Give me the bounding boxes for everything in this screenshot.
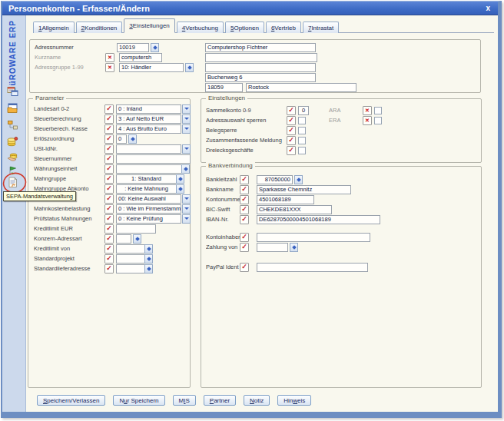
spinner-icon[interactable]: [128, 134, 137, 144]
check-icon[interactable]: [104, 154, 114, 164]
iban-nr-field[interactable]: DE62870500004501068189: [257, 215, 380, 224]
mahnkriterium-field[interactable]: 00: Keine Auswahl: [116, 194, 181, 204]
check-icon[interactable]: [104, 144, 114, 154]
check-icon[interactable]: [287, 106, 296, 115]
check-icon[interactable]: [104, 204, 114, 214]
standardlieferadresse-field[interactable]: [116, 264, 145, 273]
tab-2-konditionen[interactable]: 2 Konditionen: [76, 22, 123, 33]
steuerberech-kasse-field[interactable]: 4 : Aus Brutto Euro: [116, 124, 181, 134]
check-icon[interactable]: [287, 116, 296, 125]
bankname-field[interactable]: Sparkasse Chemnitz: [257, 185, 351, 194]
address-cards-icon[interactable]: [7, 86, 19, 98]
hand-coins-icon[interactable]: [7, 151, 19, 163]
kreditlimit-von-field[interactable]: [116, 244, 145, 254]
check-icon[interactable]: [104, 124, 114, 134]
dropdown-arrow-icon[interactable]: [182, 114, 191, 124]
close-icon[interactable]: x: [484, 5, 492, 12]
notiz-button[interactable]: Notiz: [244, 395, 270, 406]
tab-7-intrastat[interactable]: 7 Intrastat: [303, 22, 339, 33]
mahngruppe-field[interactable]: 1: Standard: [116, 174, 177, 184]
tab-4-verbuchung[interactable]: 4 Verbuchung: [177, 22, 224, 33]
spinner-icon[interactable]: [290, 243, 298, 252]
check-icon[interactable]: [287, 136, 296, 145]
sepa-mandate-icon[interactable]: [7, 177, 19, 188]
check-icon[interactable]: [104, 114, 114, 124]
kontoinhaber-field[interactable]: [257, 233, 370, 242]
belegsperre-checkbox[interactable]: [298, 127, 306, 134]
adressgruppe-1-99-field[interactable]: 10: Händler: [119, 63, 184, 72]
spinner-icon[interactable]: [181, 164, 190, 174]
prüfstatus-mahnungen-field[interactable]: 0 : Keine Prüfung: [116, 214, 181, 224]
name-line-2-field[interactable]: [205, 53, 317, 62]
bic-swift-field[interactable]: CHEKDE81XXX: [257, 205, 332, 214]
paypal-ident-field[interactable]: [257, 263, 368, 272]
company-name-field[interactable]: Computershop Fichtner: [205, 43, 316, 52]
spinner-icon[interactable]: [151, 43, 159, 52]
check-icon[interactable]: [240, 195, 249, 204]
era-checkbox[interactable]: [374, 117, 382, 124]
spinner-icon[interactable]: [176, 174, 184, 184]
dropdown-arrow-icon[interactable]: [182, 194, 191, 204]
spinner-icon[interactable]: [185, 63, 194, 72]
zahlung-von-field[interactable]: [257, 243, 288, 252]
check-icon[interactable]: [104, 104, 114, 114]
street-field[interactable]: Buchenweg 6: [205, 73, 316, 82]
check-icon[interactable]: [240, 215, 249, 224]
landesart-0-2-field[interactable]: 0 : Inland: [116, 104, 181, 114]
dropdown-arrow-icon[interactable]: [182, 204, 191, 214]
spinner-icon[interactable]: [144, 254, 153, 264]
check-icon[interactable]: [240, 185, 249, 194]
dreiecksgeschäfte-checkbox[interactable]: [298, 147, 306, 154]
check-icon[interactable]: [104, 234, 114, 244]
flag-icon[interactable]: [7, 165, 19, 177]
coins-icon[interactable]: [7, 136, 19, 148]
clear-icon[interactable]: [363, 106, 372, 115]
check-icon[interactable]: [287, 146, 296, 155]
steuernummer-field[interactable]: [116, 154, 191, 164]
dropdown-arrow-icon[interactable]: [182, 214, 191, 224]
spinner-icon[interactable]: [144, 244, 153, 254]
kontonummer-field[interactable]: 4501068189: [257, 195, 314, 204]
dropdown-arrow-icon[interactable]: [182, 144, 191, 154]
clear-icon[interactable]: [105, 63, 114, 72]
spinner-icon[interactable]: [294, 175, 303, 184]
name-line-3-field[interactable]: [205, 63, 316, 72]
check-icon[interactable]: [104, 134, 114, 144]
clear-icon[interactable]: [363, 116, 372, 125]
check-icon[interactable]: [104, 244, 114, 254]
check-icon[interactable]: [104, 174, 114, 184]
dropdown-arrow-icon[interactable]: [182, 124, 191, 134]
check-icon[interactable]: [104, 254, 114, 264]
dropdown-arrow-icon[interactable]: [182, 104, 191, 114]
bankleitzahl-field[interactable]: 87050000: [257, 175, 293, 184]
tab-3-einstellungen[interactable]: 3 Einstellungen: [124, 18, 175, 33]
ust-idnr-field[interactable]: [116, 144, 181, 154]
mis-button[interactable]: MIS: [173, 395, 196, 406]
check-icon[interactable]: [104, 214, 114, 224]
check-icon[interactable]: [287, 126, 296, 135]
check-icon[interactable]: [240, 233, 249, 242]
steuerberechnung-field[interactable]: 3 : Auf Netto EUR: [116, 114, 181, 124]
spinner-icon[interactable]: [144, 264, 153, 273]
tab-1-allgemein[interactable]: 1 Allgemein: [33, 22, 75, 33]
city-field[interactable]: Rostock: [246, 83, 356, 92]
check-icon[interactable]: [104, 184, 114, 194]
adressnummer-field[interactable]: 10019: [117, 43, 149, 52]
kreditlimit-eur-field[interactable]: [116, 224, 156, 234]
check-icon[interactable]: [240, 205, 249, 214]
hinweis-button[interactable]: Hinweis: [277, 395, 311, 406]
tab-5-optionen[interactable]: 5 Optionen: [225, 22, 264, 33]
check-icon[interactable]: [104, 224, 114, 234]
mahnkostenbelastung-field[interactable]: 0 : Wie im Firmenstamm eing: [116, 204, 181, 214]
org-link-icon[interactable]: [7, 120, 19, 131]
check-icon[interactable]: [240, 243, 249, 252]
spinner-icon[interactable]: [176, 184, 184, 194]
tab-6-vertrieb[interactable]: 6 Vertrieb: [266, 22, 301, 33]
ara-checkbox[interactable]: [374, 107, 382, 114]
konzern-adressart-field[interactable]: [116, 234, 131, 244]
check-icon[interactable]: [104, 264, 114, 273]
check-icon[interactable]: [104, 164, 114, 174]
erlöszuordnung-field[interactable]: 0: [116, 134, 127, 144]
check-icon[interactable]: [240, 263, 249, 272]
folder-window-icon[interactable]: [7, 103, 19, 114]
